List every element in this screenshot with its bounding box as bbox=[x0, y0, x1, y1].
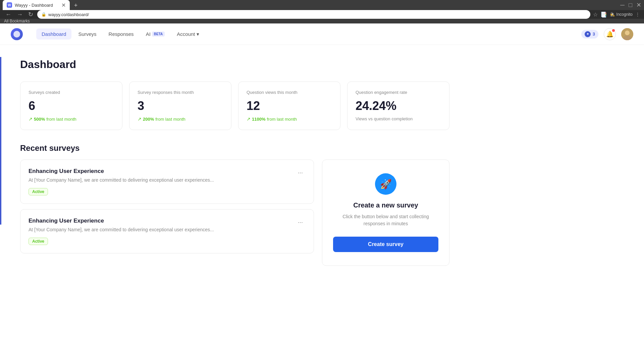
svg-point-1 bbox=[625, 31, 630, 35]
navbar: Dashboard Surveys Responses AI BETA Acco… bbox=[0, 23, 644, 45]
stats-grid: Surveys created 6 ↗ 500% from last month… bbox=[20, 81, 449, 130]
beta-badge: BETA bbox=[152, 32, 165, 37]
create-panel-description: Click the button below and start collect… bbox=[333, 213, 438, 227]
stat-value-engagement: 24.24% bbox=[356, 99, 441, 113]
avatar[interactable] bbox=[621, 28, 633, 40]
forward-button[interactable]: → bbox=[15, 11, 24, 18]
ssl-icon: 🔒 bbox=[41, 12, 46, 17]
survey-title-0: Enhancing User Experience bbox=[29, 168, 214, 175]
app-container: Dashboard Surveys Responses AI BETA Acco… bbox=[0, 23, 644, 352]
more-dots-icon-0: ··· bbox=[298, 169, 303, 176]
stat-change-surveys: ↗ 500% from last month bbox=[29, 116, 114, 122]
bookmark-star-icon[interactable]: ☆ bbox=[593, 11, 598, 18]
stat-label-surveys: Surveys created bbox=[29, 90, 114, 95]
more-dots-icon-1: ··· bbox=[298, 219, 303, 226]
main-content: Dashboard Surveys created 6 ↗ 500% from … bbox=[0, 45, 470, 279]
trend-up-icon-views: ↗ bbox=[247, 116, 251, 122]
survey-card-header-0: Enhancing User Experience At [Your Compa… bbox=[29, 168, 306, 195]
stat-change-text-surveys: from last month bbox=[46, 117, 76, 122]
create-panel-title: Create a new survey bbox=[353, 201, 418, 209]
survey-title-1: Enhancing User Experience bbox=[29, 218, 214, 224]
bookmark-manager-icon[interactable]: 📑 bbox=[600, 11, 607, 18]
minimize-button[interactable]: ─ bbox=[620, 2, 625, 9]
maximize-button[interactable]: □ bbox=[629, 2, 632, 9]
stat-change-views: ↗ 1100% from last month bbox=[247, 116, 332, 122]
stat-value-responses: 3 bbox=[138, 99, 223, 113]
stat-note-engagement: Views vs question completion bbox=[356, 116, 441, 121]
survey-desc-0: At [Your Company Name], we are committed… bbox=[29, 177, 214, 183]
notifications-button[interactable]: 🔔 bbox=[604, 28, 616, 40]
trend-up-icon-responses: ↗ bbox=[138, 116, 142, 122]
nav-ai[interactable]: AI BETA bbox=[141, 28, 170, 40]
tab-favicon: W bbox=[7, 2, 12, 8]
create-survey-button[interactable]: Create survey bbox=[333, 237, 438, 252]
notification-dot bbox=[612, 29, 615, 32]
close-window-button[interactable]: ✕ bbox=[636, 1, 641, 9]
avatar-image bbox=[621, 28, 633, 40]
stat-label-views: Question views this month bbox=[247, 90, 332, 95]
points-count: 3 bbox=[593, 32, 595, 37]
survey-more-button-0[interactable]: ··· bbox=[295, 168, 306, 178]
stat-value-surveys: 6 bbox=[29, 99, 114, 113]
bookmarks-label[interactable]: All Bookmarks bbox=[4, 19, 30, 23]
browser-tabs: W Wayyy - Dashboard ✕ + ─ □ ✕ bbox=[0, 0, 644, 10]
surveys-layout: Enhancing User Experience At [Your Compa… bbox=[20, 160, 449, 266]
account-chevron-icon: ▾ bbox=[197, 31, 199, 37]
nav-surveys[interactable]: Surveys bbox=[73, 28, 102, 40]
new-tab-button[interactable]: + bbox=[71, 1, 80, 10]
survey-card-header-1: Enhancing User Experience At [Your Compa… bbox=[29, 218, 306, 245]
extensions-icon[interactable]: ⋮ bbox=[635, 12, 640, 17]
trend-up-icon-surveys: ↗ bbox=[29, 116, 33, 122]
url-text: wayyy.co/dashboard/ bbox=[48, 12, 89, 17]
stat-card-surveys-created: Surveys created 6 ↗ 500% from last month bbox=[20, 81, 122, 130]
address-bar[interactable]: 🔒 wayyy.co/dashboard/ bbox=[37, 10, 590, 19]
logo-icon bbox=[13, 31, 20, 38]
reload-button[interactable]: ↻ bbox=[27, 11, 35, 18]
nav-right: ✦ 3 🔔 bbox=[581, 28, 633, 40]
logo[interactable] bbox=[11, 28, 23, 40]
page-title: Dashboard bbox=[20, 58, 449, 71]
survey-desc-1: At [Your Company Name], we are committed… bbox=[29, 227, 214, 232]
browser-toolbar: ← → ↻ 🔒 wayyy.co/dashboard/ ☆ 📑 🕵 Incogn… bbox=[0, 10, 644, 19]
tab-close-button[interactable]: ✕ bbox=[61, 2, 66, 8]
stat-label-engagement: Question engagement rate bbox=[356, 90, 441, 95]
browser-chrome: W Wayyy - Dashboard ✕ + ─ □ ✕ ← → ↻ 🔒 wa… bbox=[0, 0, 644, 23]
create-survey-panel: 🚀 Create a new survey Click the button b… bbox=[322, 160, 449, 266]
browser-actions: ☆ 📑 🕵 Incognito ⋮ bbox=[593, 11, 640, 18]
survey-card-0: Enhancing User Experience At [Your Compa… bbox=[20, 160, 314, 204]
stat-pct-responses: 200% bbox=[143, 117, 154, 122]
left-accent-bar bbox=[0, 57, 1, 225]
stat-value-views: 12 bbox=[247, 99, 332, 113]
survey-card-1: Enhancing User Experience At [Your Compa… bbox=[20, 209, 314, 253]
stat-pct-surveys: 500% bbox=[34, 117, 45, 122]
stat-card-engagement: Question engagement rate 24.24% Views vs… bbox=[347, 81, 449, 130]
survey-more-button-1[interactable]: ··· bbox=[295, 218, 306, 227]
bookmarks-bar: All Bookmarks bbox=[0, 19, 644, 23]
survey-status-badge-1: Active bbox=[29, 238, 48, 245]
survey-info-0: Enhancing User Experience At [Your Compa… bbox=[29, 168, 214, 195]
survey-status-badge-0: Active bbox=[29, 188, 48, 195]
surveys-list: Enhancing User Experience At [Your Compa… bbox=[20, 160, 314, 266]
stat-change-text-responses: from last month bbox=[155, 117, 185, 122]
points-icon: ✦ bbox=[585, 31, 591, 37]
rocket-icon: 🚀 bbox=[375, 173, 396, 195]
stat-pct-views: 1100% bbox=[252, 117, 265, 122]
stat-card-views: Question views this month 12 ↗ 1100% fro… bbox=[238, 81, 340, 130]
tab-title: Wayyy - Dashboard bbox=[15, 3, 53, 8]
active-tab[interactable]: W Wayyy - Dashboard ✕ bbox=[3, 0, 70, 10]
incognito-indicator: 🕵 Incognito bbox=[610, 12, 633, 17]
nav-links: Dashboard Surveys Responses AI BETA Acco… bbox=[36, 28, 205, 40]
survey-info-1: Enhancing User Experience At [Your Compa… bbox=[29, 218, 214, 245]
nav-account[interactable]: Account ▾ bbox=[171, 28, 204, 40]
stat-card-responses: Survey responses this month 3 ↗ 200% fro… bbox=[129, 81, 231, 130]
nav-dashboard[interactable]: Dashboard bbox=[36, 28, 71, 40]
nav-responses[interactable]: Responses bbox=[103, 28, 139, 40]
stat-change-text-views: from last month bbox=[267, 117, 297, 122]
stat-label-responses: Survey responses this month bbox=[138, 90, 223, 95]
back-button[interactable]: ← bbox=[4, 11, 13, 18]
points-badge[interactable]: ✦ 3 bbox=[581, 30, 598, 39]
stat-change-responses: ↗ 200% from last month bbox=[138, 116, 223, 122]
section-title-recent: Recent surveys bbox=[20, 143, 449, 153]
